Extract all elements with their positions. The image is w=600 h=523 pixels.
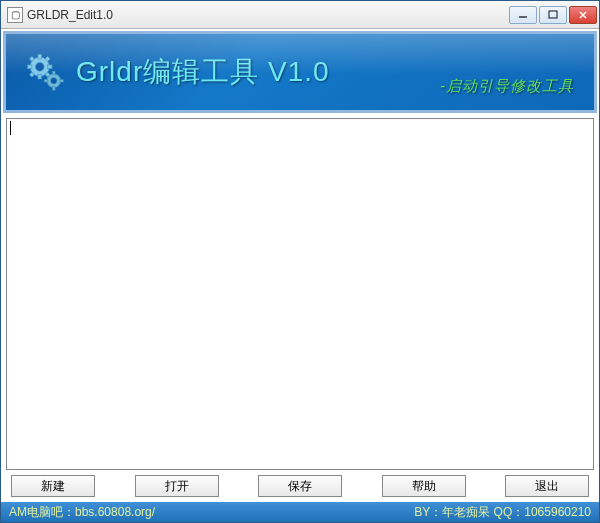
help-button[interactable]: 帮助 [382,475,466,497]
svg-rect-19 [60,79,64,82]
svg-rect-17 [52,87,55,91]
svg-point-15 [51,78,57,84]
text-cursor [10,121,11,135]
minimize-button[interactable] [509,6,537,24]
button-toolbar: 新建 打开 保存 帮助 退出 [1,472,599,502]
titlebar[interactable]: ▢ GRLDR_Edit1.0 [1,1,599,29]
maximize-button[interactable] [539,6,567,24]
close-button[interactable] [569,6,597,24]
app-window: ▢ GRLDR_Edit1.0 [0,0,600,523]
app-icon: ▢ [7,7,23,23]
svg-rect-1 [549,11,557,18]
editor-container [6,118,594,470]
statusbar-credits-left: AM电脑吧：bbs.60808.org/ [9,504,155,521]
editor-textarea[interactable] [7,119,593,469]
svg-rect-7 [38,75,42,79]
close-icon [578,10,588,20]
save-button[interactable]: 保存 [258,475,342,497]
maximize-icon [548,10,558,20]
minimize-icon [518,10,528,20]
svg-rect-18 [44,79,48,82]
window-title: GRLDR_Edit1.0 [27,8,509,22]
statusbar: AM电脑吧：bbs.60808.org/ BY：年老痴呆 QQ：10659602… [1,502,599,522]
window-controls [509,6,597,24]
exit-button[interactable]: 退出 [505,475,589,497]
new-button[interactable]: 新建 [11,475,95,497]
statusbar-credits-right: BY：年老痴呆 QQ：1065960210 [414,504,591,521]
app-subtitle: -启动引导修改工具 [440,77,574,96]
open-button[interactable]: 打开 [135,475,219,497]
header-banner: Grldr编辑工具 V1.0 -启动引导修改工具 [3,31,597,113]
